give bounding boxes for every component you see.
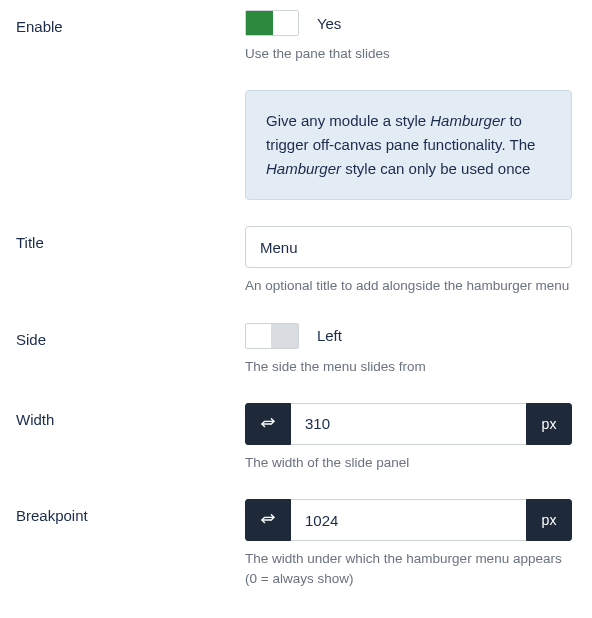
enable-help: Use the pane that slides bbox=[245, 44, 572, 64]
swap-icon[interactable] bbox=[245, 499, 291, 541]
info-box: Give any module a style Hamburger to tri… bbox=[245, 90, 572, 200]
side-help: The side the menu slides from bbox=[245, 357, 572, 377]
breakpoint-label: Breakpoint bbox=[10, 499, 245, 590]
toggle-knob bbox=[271, 324, 298, 348]
row-width: Width px The width of the slide panel bbox=[10, 403, 582, 473]
title-label: Title bbox=[10, 226, 245, 296]
breakpoint-input[interactable] bbox=[291, 499, 526, 541]
toggle-knob bbox=[246, 11, 273, 35]
breakpoint-unit[interactable]: px bbox=[526, 499, 572, 541]
info-em2: Hamburger bbox=[266, 160, 341, 177]
width-input[interactable] bbox=[291, 403, 526, 445]
enable-toggle[interactable] bbox=[245, 10, 299, 36]
side-toggle-label: Left bbox=[317, 327, 342, 344]
info-text-pre: Give any module a style bbox=[266, 112, 430, 129]
info-text-post: style can only be used once bbox=[341, 160, 530, 177]
breakpoint-group: px bbox=[245, 499, 572, 541]
width-group: px bbox=[245, 403, 572, 445]
title-help: An optional title to add alongside the h… bbox=[245, 276, 572, 296]
width-help: The width of the slide panel bbox=[245, 453, 572, 473]
row-side: Side Left The side the menu slides from bbox=[10, 323, 582, 377]
enable-label: Enable bbox=[10, 10, 245, 64]
side-label: Side bbox=[10, 323, 245, 377]
width-unit[interactable]: px bbox=[526, 403, 572, 445]
settings-form: Enable Yes Use the pane that slides Give… bbox=[0, 0, 592, 610]
row-title: Title An optional title to add alongside… bbox=[10, 226, 582, 296]
row-enable: Enable Yes Use the pane that slides bbox=[10, 10, 582, 64]
swap-icon[interactable] bbox=[245, 403, 291, 445]
breakpoint-help: The width under which the hamburger menu… bbox=[245, 549, 572, 590]
enable-toggle-label: Yes bbox=[317, 15, 341, 32]
title-input[interactable] bbox=[245, 226, 572, 268]
side-toggle[interactable] bbox=[245, 323, 299, 349]
width-label: Width bbox=[10, 403, 245, 473]
row-info: Give any module a style Hamburger to tri… bbox=[10, 90, 582, 200]
info-em1: Hamburger bbox=[430, 112, 505, 129]
row-breakpoint: Breakpoint px The width under which the … bbox=[10, 499, 582, 590]
